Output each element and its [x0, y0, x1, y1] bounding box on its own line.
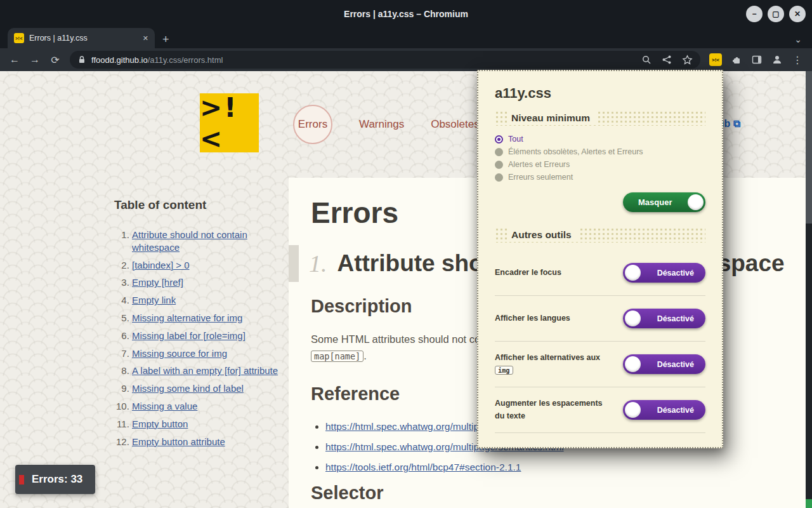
toc-link[interactable]: Missing alternative for img	[132, 312, 242, 323]
tab-close-icon[interactable]: ✕	[143, 34, 148, 43]
window-title: Errors | a11y.css – Chromium	[344, 9, 468, 19]
forward-button[interactable]: →	[25, 50, 44, 69]
section-number: 1.	[309, 250, 327, 277]
profile-avatar-icon[interactable]	[768, 50, 787, 69]
nav-item-warnings[interactable]: Warnings	[359, 118, 404, 131]
toc-item: Missing alternative for img	[132, 312, 284, 324]
toc-link[interactable]: Empty button	[132, 418, 188, 429]
toc-item: Empty button	[132, 418, 284, 431]
errors-count-label: Errors: 33	[32, 473, 82, 486]
reload-button[interactable]: ⟳	[46, 50, 65, 69]
window-controls: − ▢ ✕	[746, 6, 806, 22]
popup-title: a11y.css	[495, 85, 705, 102]
errors-count-badge[interactable]: Errors: 33	[15, 465, 95, 494]
masquer-toggle[interactable]: Masquer	[623, 192, 705, 212]
toc-item: Empty [href]	[132, 276, 284, 289]
tools-section-band: Autres outils	[495, 227, 705, 243]
selector-heading: Selector	[311, 483, 383, 504]
toc-link[interactable]: [tabindex] > 0	[132, 260, 189, 271]
hide-button-row: Masquer	[495, 192, 705, 212]
toc-item: A label with an empty [for] attribute	[132, 364, 284, 377]
bookmark-star-icon[interactable]	[682, 55, 693, 65]
minimize-button[interactable]: −	[746, 6, 763, 22]
reference-item: https://tools.ietf.org/html/bcp47#sectio…	[325, 460, 573, 476]
browser-window: Errors | a11y.css – Chromium − ▢ ✕ >!< E…	[0, 0, 812, 508]
a11y-extension-icon[interactable]: >!<	[709, 53, 722, 66]
a11y-css-logo[interactable]: >!<	[200, 93, 259, 152]
toc-item: [tabindex] > 0	[132, 259, 284, 272]
nav-item-obsoletes[interactable]: Obsoletes	[431, 118, 480, 131]
nav-item-errors[interactable]: Errors	[293, 105, 332, 144]
page-title: Errors	[311, 196, 398, 230]
toc-link[interactable]: Empty button attribute	[132, 436, 225, 447]
text-spacing-toggle[interactable]: Désactivé	[623, 400, 705, 420]
toc-item: Empty button attribute	[132, 436, 284, 448]
toc-link[interactable]: Missing some kind of label	[132, 383, 244, 394]
description-heading: Description	[311, 296, 412, 317]
alternatives-toggle[interactable]: Désactivé	[623, 354, 705, 374]
site-nav: Errors Warnings Obsoletes	[293, 105, 480, 144]
tab-favicon-icon: >!<	[14, 33, 24, 43]
scrollbar-thumb[interactable]	[806, 71, 812, 224]
toc-link[interactable]: Missing source for img	[132, 348, 227, 359]
level-section-band: Niveau minimum	[495, 110, 705, 126]
extensions-puzzle-icon[interactable]	[727, 50, 746, 69]
section-heading-decor	[289, 245, 299, 282]
tool-row-focus: Encadrer le focus Désactivé	[495, 250, 705, 296]
toc-link[interactable]: A label with an empty [for] attribute	[132, 365, 278, 376]
tool-row-alternatives: Afficher les alternatives aux img Désact…	[495, 342, 705, 387]
level-radio-group: Tout Éléments obsolètes, Alertes et Erre…	[495, 133, 705, 184]
toc-link[interactable]: Missing label for [role=img]	[132, 330, 246, 341]
reference-link[interactable]: https://tools.ietf.org/html/bcp47#sectio…	[325, 462, 521, 472]
toc-link[interactable]: Missing a value	[132, 401, 197, 411]
tab-search-chevron-icon[interactable]: ⌄	[794, 34, 802, 44]
close-button[interactable]: ✕	[789, 6, 806, 22]
languages-toggle[interactable]: Désactivé	[623, 309, 705, 328]
toc-item: Missing some kind of label	[132, 382, 284, 395]
browser-menu-kebab-icon[interactable]: ⋮	[788, 50, 807, 69]
error-marker-icon	[19, 475, 24, 485]
tab-errors-a11y[interactable]: >!< Errors | a11y.css ✕	[8, 28, 155, 48]
side-panel-icon[interactable]	[747, 50, 766, 69]
radio-tout[interactable]: Tout	[495, 133, 705, 145]
omnibox-actions	[641, 55, 693, 65]
a11y-extension-popup: a11y.css Niveau minimum Tout Éléments ob…	[477, 70, 723, 448]
tool-row-text-spacing: Augmenter les espacements du texte Désac…	[495, 387, 705, 433]
inline-code-img: img	[495, 366, 513, 375]
search-icon[interactable]	[641, 55, 652, 65]
radio-obsoletes-alertes-erreurs[interactable]: Éléments obsolètes, Alertes et Erreurs	[495, 145, 705, 158]
table-of-content: Table of content Attribute should not co…	[114, 198, 284, 453]
tool-row-languages: Afficher les langues Désactivé	[495, 296, 705, 342]
toggle-knob	[625, 265, 641, 281]
toc-link[interactable]: Attribute should not contain whitespace	[132, 229, 247, 253]
radio-erreurs-seulement[interactable]: Erreurs seulement	[495, 171, 705, 184]
address-bar[interactable]: ffoodd.github.io/a11y.css/errors.html	[70, 51, 700, 69]
inline-code-map-name: map[name]	[311, 351, 363, 362]
tab-title: Errors | a11y.css	[29, 34, 138, 43]
toc-item: Missing label for [role=img]	[132, 330, 284, 342]
reference-heading: Reference	[311, 384, 400, 404]
url-path: /a11y.css/errors.html	[148, 55, 223, 65]
toggle-knob	[625, 311, 641, 326]
toggle-knob	[625, 356, 641, 372]
window-titlebar: Errors | a11y.css – Chromium − ▢ ✕	[0, 0, 812, 28]
focus-toggle[interactable]: Désactivé	[623, 263, 705, 283]
share-icon[interactable]	[662, 55, 672, 65]
maximize-button[interactable]: ▢	[768, 6, 784, 22]
toc-item: Attribute should not contain whitespace	[132, 229, 284, 254]
new-tab-button[interactable]: +	[162, 34, 169, 45]
toc-title: Table of content	[114, 198, 284, 212]
url-text: ffoodd.github.io/a11y.css/errors.html	[91, 55, 223, 65]
page-scrollbar[interactable]	[806, 71, 812, 508]
toc-link[interactable]: Empty [href]	[132, 277, 183, 288]
radio-icon	[495, 161, 503, 169]
site-info-lock-icon[interactable]	[77, 55, 86, 64]
url-host: ffoodd.github.io	[91, 55, 148, 65]
back-button[interactable]: ←	[5, 50, 24, 69]
toc-link[interactable]: Empty link	[132, 295, 176, 305]
toc-item: Missing a value	[132, 400, 284, 413]
browser-toolbar: ← → ⟳ ffoodd.github.io/a11y.css/errors.h…	[0, 48, 812, 71]
scrollbar-corner	[806, 499, 812, 508]
toggle-knob	[688, 194, 704, 210]
radio-alertes-erreurs[interactable]: Alertes et Erreurs	[495, 158, 705, 171]
